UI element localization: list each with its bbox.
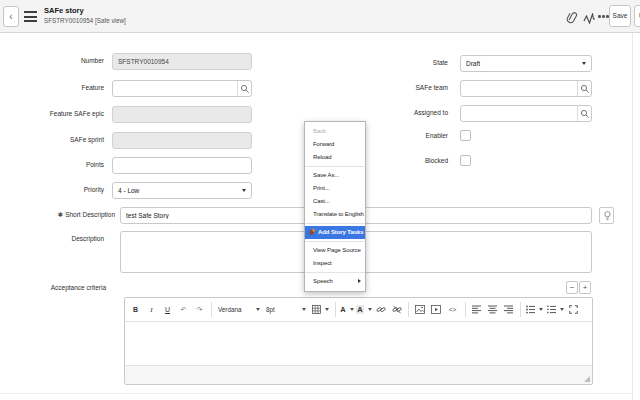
points-field[interactable] <box>112 157 252 174</box>
font-family-select[interactable]: Verdana <box>215 301 263 318</box>
table-button[interactable] <box>309 301 331 318</box>
align-right-icon <box>504 305 513 314</box>
record-number-view: SFSTRY0010954 [Safe view] <box>44 17 126 24</box>
number-input <box>113 54 251 69</box>
insert-media-button[interactable] <box>428 301 443 318</box>
media-icon <box>431 305 441 314</box>
menu-item-view-page-source[interactable]: View Page Source <box>305 244 365 257</box>
safe-team-input[interactable] <box>461 81 578 96</box>
chevron-down-icon <box>350 308 354 311</box>
align-left-button[interactable] <box>469 301 484 318</box>
bullet-list-button[interactable] <box>524 301 544 318</box>
align-center-icon <box>488 305 497 314</box>
fullscreen-icon <box>569 305 578 314</box>
page-title: SAFe story <box>44 6 84 15</box>
field-label-description: Description <box>0 235 104 242</box>
font-size-select[interactable]: 8pt <box>263 301 309 318</box>
source-code-button[interactable]: <> <box>444 301 461 318</box>
field-label-safe-team: SAFe team <box>344 84 448 91</box>
menu-item-reload[interactable]: Reload <box>305 151 365 164</box>
remove-link-button[interactable] <box>389 301 404 318</box>
acceptance-criteria-editor: B I U ↶ ↷ Verdana 8pt <box>124 297 593 385</box>
chevron-down-icon <box>560 308 564 311</box>
redo-icon[interactable]: ↷ <box>192 301 207 318</box>
text-color-button[interactable]: A <box>339 301 355 318</box>
number-field <box>112 53 252 70</box>
menu-item-forward[interactable]: Forward <box>305 138 365 151</box>
resize-handle[interactable] <box>584 376 590 382</box>
assigned-to-input[interactable] <box>461 106 578 121</box>
assigned-to-field[interactable] <box>460 105 592 122</box>
align-center-button[interactable] <box>485 301 500 318</box>
paperclip-icon[interactable] <box>566 10 580 24</box>
state-value: Draft <box>466 60 480 67</box>
field-label-feature-safe-epic: Feature SAFe epic <box>0 110 104 117</box>
feature-search-icon[interactable] <box>237 81 251 96</box>
align-left-icon <box>472 305 481 314</box>
feature-safe-epic-input <box>113 107 251 122</box>
points-input[interactable] <box>113 158 251 173</box>
bullet-list-icon <box>526 305 535 314</box>
feature-safe-epic-field <box>112 106 252 123</box>
table-icon <box>312 305 321 314</box>
safe-story-form-page: ‹ SAFe story SFSTRY0010954 [Safe view] S… <box>0 0 640 400</box>
activity-stream-icon[interactable] <box>583 11 597 25</box>
safe-sprint-input <box>113 133 251 148</box>
priority-select[interactable]: 4 - Low <box>112 182 252 199</box>
assigned-to-search-icon[interactable] <box>577 106 591 121</box>
editor-toolbar: B I U ↶ ↷ Verdana 8pt <box>125 298 592 322</box>
safe-team-search-icon[interactable] <box>577 81 591 96</box>
menu-item-add-story-tasks[interactable]: Add Story Tasks <box>305 226 365 239</box>
underline-button[interactable]: U <box>160 301 175 318</box>
feature-input[interactable] <box>113 81 238 96</box>
field-label-assigned-to: Assigned to <box>344 109 448 116</box>
field-label-number: Number <box>0 57 104 64</box>
state-select[interactable]: Draft <box>460 55 592 72</box>
bold-button[interactable]: B <box>128 301 143 318</box>
form-header: ‹ SAFe story SFSTRY0010954 [Safe view] S… <box>0 0 640 33</box>
menu-item-cast[interactable]: Cast... <box>305 195 365 208</box>
menu-item-translate[interactable]: Translate to English <box>305 208 365 221</box>
collapse-editor-button[interactable]: − <box>566 281 578 294</box>
menu-item-back: Back <box>305 125 365 138</box>
form-bottom-divider <box>0 393 632 394</box>
menu-separator <box>305 241 365 242</box>
menu-item-speech[interactable]: Speech <box>305 275 365 288</box>
editor-content-area[interactable] <box>125 322 592 365</box>
save-button[interactable]: Save <box>609 5 631 27</box>
menu-separator <box>305 272 365 273</box>
menu-separator <box>305 223 365 224</box>
field-label-safe-sprint: SAFe sprint <box>0 136 104 143</box>
feature-field[interactable] <box>112 80 252 97</box>
field-label-short-description: ✱Short Description <box>0 211 115 219</box>
field-label-state: State <box>344 59 448 66</box>
submenu-arrow-icon <box>358 279 361 283</box>
update-button[interactable]: Update <box>634 5 640 27</box>
expand-editor-button[interactable]: + <box>579 281 591 294</box>
chevron-down-icon <box>302 308 306 311</box>
blocked-checkbox[interactable] <box>460 155 471 166</box>
unlink-icon <box>392 305 402 314</box>
insert-image-button[interactable] <box>412 301 427 318</box>
enabler-checkbox[interactable] <box>460 130 471 141</box>
hamburger-menu-icon[interactable] <box>24 11 37 22</box>
menu-item-print[interactable]: Print... <box>305 182 365 195</box>
editor-statusbar <box>125 365 592 384</box>
undo-icon[interactable]: ↶ <box>176 301 191 318</box>
link-icon <box>376 305 386 314</box>
chevron-down-icon <box>582 62 586 65</box>
fullscreen-button[interactable] <box>566 301 581 318</box>
chevron-down-icon <box>242 189 246 192</box>
safe-team-field[interactable] <box>460 80 592 97</box>
back-button[interactable]: ‹ <box>3 6 19 27</box>
menu-item-inspect[interactable]: Inspect <box>305 257 365 270</box>
numbered-list-button[interactable] <box>545 301 565 318</box>
insert-link-button[interactable] <box>373 301 388 318</box>
menu-item-save-as[interactable]: Save As... <box>305 169 365 182</box>
field-label-feature: Feature <box>0 84 104 91</box>
background-color-button[interactable]: A <box>356 301 372 318</box>
align-right-button[interactable] <box>501 301 516 318</box>
italic-button[interactable]: I <box>144 301 159 318</box>
suggestion-lightbulb-button[interactable] <box>599 207 614 224</box>
priority-value: 4 - Low <box>118 187 139 194</box>
